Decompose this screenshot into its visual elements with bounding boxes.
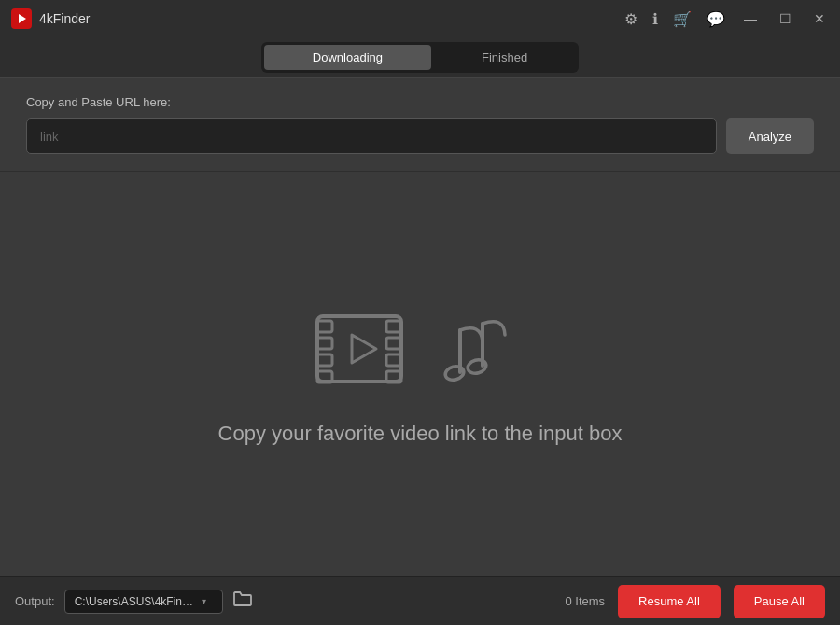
info-icon[interactable]: ℹ xyxy=(652,10,658,28)
app-title: 4kFinder xyxy=(39,11,90,26)
minimize-button[interactable]: — xyxy=(740,9,761,28)
film-icon xyxy=(313,302,415,396)
svg-rect-7 xyxy=(386,321,401,332)
empty-state: Copy your favorite video link to the inp… xyxy=(0,172,840,576)
title-bar-right: ⚙ ℹ 🛒 💬 — ☐ ✕ xyxy=(624,9,829,28)
resume-all-button[interactable]: Resume All xyxy=(618,585,721,618)
music-icon xyxy=(434,302,527,396)
svg-rect-8 xyxy=(386,338,401,349)
settings-icon[interactable]: ⚙ xyxy=(624,10,637,28)
url-input-row: Analyze xyxy=(26,118,814,154)
url-label: Copy and Paste URL here: xyxy=(26,95,814,109)
empty-state-message: Copy your favorite video link to the inp… xyxy=(218,422,623,446)
output-label: Output: xyxy=(15,594,55,608)
url-section: Copy and Paste URL here: Analyze xyxy=(0,78,840,172)
close-button[interactable]: ✕ xyxy=(810,9,829,28)
output-path-dropdown-icon: ▾ xyxy=(202,596,206,606)
bottom-right: 0 Items Resume All Pause All xyxy=(565,585,825,618)
svg-rect-3 xyxy=(317,321,332,332)
title-bar: 4kFinder ⚙ ℹ 🛒 💬 — ☐ ✕ xyxy=(0,0,840,37)
svg-rect-4 xyxy=(317,338,332,349)
tab-finished[interactable]: Finished xyxy=(433,45,576,70)
pause-all-button[interactable]: Pause All xyxy=(734,585,825,618)
output-path-text: C:\Users\ASUS\4kFinder\Do xyxy=(75,595,196,608)
svg-marker-11 xyxy=(352,335,376,363)
url-input[interactable] xyxy=(26,118,717,154)
svg-point-15 xyxy=(467,358,488,376)
empty-icon xyxy=(313,302,527,396)
bottom-bar: Output: C:\Users\ASUS\4kFinder\Do ▾ 0 It… xyxy=(0,576,840,625)
analyze-button[interactable]: Analyze xyxy=(726,118,814,154)
folder-open-icon[interactable] xyxy=(232,590,253,612)
title-bar-left: 4kFinder xyxy=(11,8,90,29)
chat-icon[interactable]: 💬 xyxy=(707,10,725,28)
main-content: Copy and Paste URL here: Analyze xyxy=(0,78,840,576)
output-section: Output: C:\Users\ASUS\4kFinder\Do ▾ xyxy=(15,590,253,614)
maximize-button[interactable]: ☐ xyxy=(776,9,795,28)
tab-downloading[interactable]: Downloading xyxy=(264,45,431,70)
tab-bar: Downloading Finished xyxy=(0,37,840,78)
items-count: 0 Items xyxy=(565,594,605,608)
tabs-container: Downloading Finished xyxy=(261,42,579,73)
cart-icon[interactable]: 🛒 xyxy=(673,10,692,28)
svg-rect-5 xyxy=(317,354,332,366)
output-path-selector[interactable]: C:\Users\ASUS\4kFinder\Do ▾ xyxy=(64,590,223,614)
app-logo-icon xyxy=(11,8,32,29)
svg-point-13 xyxy=(444,365,466,382)
svg-rect-9 xyxy=(386,354,401,366)
